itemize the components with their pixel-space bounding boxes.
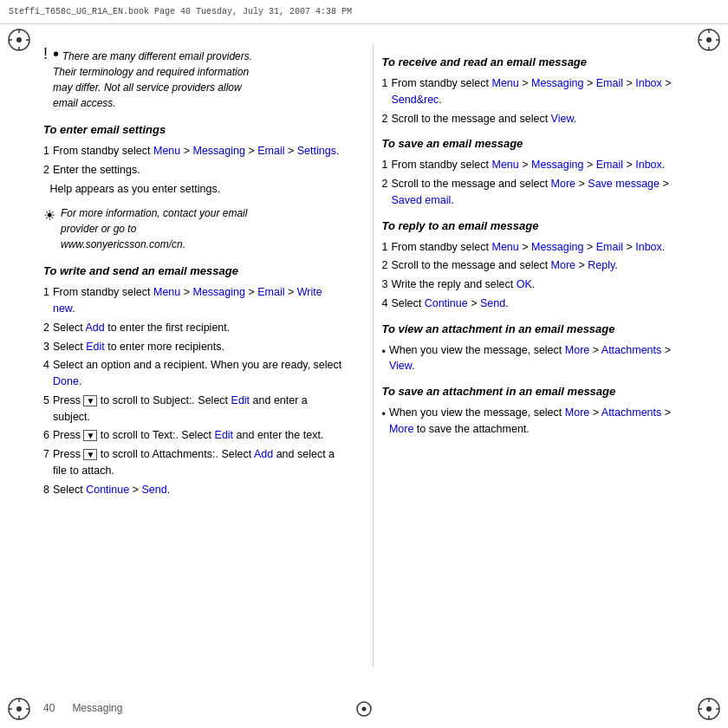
reply-list: 1 From standby select Menu > Messaging >… [382,239,686,312]
list-item: 4 Select Continue > Send. [382,296,686,312]
save-attachment-list: • When you view the message, select More… [382,405,686,438]
list-item: 2 Select Add to enter the first recipien… [43,320,347,336]
bullet-icon: • [382,344,386,361]
section-reply-title: To reply to an email message [382,219,686,232]
warning-note-text: There are many different email providers… [53,50,252,109]
section-receive-title: To receive and read an email message [382,55,686,68]
bullet-symbol: • [53,44,59,63]
section-save-attachment-title: To save an attachment in an email messag… [382,385,686,398]
view-attachment-list: • When you view the message, select More… [382,342,686,375]
list-item: 2 Scroll to the message and select More … [382,257,686,274]
svg-point-19 [706,706,712,712]
header-text: Steffi_T658c_UG_R1A_EN.book Page 40 Tues… [9,7,352,16]
footer-section: Messaging [72,702,122,714]
list-item: 2 Enter the settings. [43,162,347,179]
svg-point-25 [362,707,367,712]
save-list: 1 From standby select Menu > Messaging >… [382,157,686,208]
corner-decoration-tr [697,28,721,52]
write-send-list: 1 From standby select Menu > Messaging >… [43,284,347,497]
info-note-text: For more information, contact your email… [61,205,247,252]
list-item: 3 Write the reply and select OK. [382,276,686,293]
left-column: ! • There are many different email provi… [43,45,355,667]
menu-link: Menu [153,145,180,157]
list-item: 3 Select Edit to enter more recipients. [43,339,347,355]
svg-point-7 [706,37,712,42]
list-item: 4 Select an option and a recipient. When… [43,357,347,390]
warning-note: ! • There are many different email provi… [43,45,347,111]
corner-decoration-br [697,697,721,721]
down-arrow-icon: ▼ [83,430,97,441]
page-number: 40 [43,702,55,714]
messaging-link: Messaging [193,145,245,157]
list-item: • When you view the message, select More… [382,405,686,438]
svg-point-1 [16,37,22,42]
down-arrow-icon: ▼ [83,449,97,460]
section-save-title: To save an email message [382,137,686,150]
page-container: Steffi_T658c_UG_R1A_EN.book Page 40 Tues… [0,0,728,728]
list-item: 1 From standby select Menu > Messaging >… [382,75,686,108]
bullet-icon: • [382,406,386,423]
list-item: 5 Press ▼ to scroll to Subject:. Select … [43,393,347,426]
list-item: 1 From standby select Menu > Messaging >… [382,239,686,256]
receive-list: 1 From standby select Menu > Messaging >… [382,75,686,127]
list-item: 6 Press ▼ to scroll to Text:. Select Edi… [43,427,347,444]
bottom-center-decoration [355,700,373,718]
list-item: 1 From standby select Menu > Messaging >… [43,143,347,159]
section-enter-settings-title: To enter email settings [43,123,347,136]
header-bar: Steffi_T658c_UG_R1A_EN.book Page 40 Tues… [0,0,728,24]
list-item: Help appears as you enter settings. [43,181,347,198]
list-item: 2 Scroll to the message and select View. [382,111,686,127]
warning-text: • There are many different email provide… [53,45,252,111]
corner-decoration-bl [7,697,31,721]
list-item: 8 Select Continue > Send. [43,482,347,498]
list-item: 7 Press ▼ to scroll to Attachments:. Sel… [43,446,347,479]
svg-point-13 [16,706,22,712]
list-item: • When you view the message, select More… [382,342,686,375]
right-column: To receive and read an email message 1 F… [373,45,686,667]
list-item: 1 From standby select Menu > Messaging >… [43,284,347,317]
down-arrow-icon: ▼ [83,395,97,406]
list-item: 2 Scroll to the message and select More … [382,176,686,209]
corner-decoration-tl [7,28,31,52]
settings-link: Settings [297,145,336,157]
enter-settings-list: 1 From standby select Menu > Messaging >… [43,143,347,197]
list-item: 1 From standby select Menu > Messaging >… [382,157,686,173]
warning-icon: ! [43,46,48,62]
email-link: Email [257,145,284,157]
section-view-attachment-title: To view an attachment in an email messag… [382,322,686,335]
info-icon: ☀︎ [43,207,55,224]
footer: 40 Messaging [43,702,122,714]
section-write-send-title: To write and send an email message [43,264,347,277]
main-content: ! • There are many different email provi… [43,28,685,685]
info-note: ☀︎ For more information, contact your em… [43,205,347,252]
